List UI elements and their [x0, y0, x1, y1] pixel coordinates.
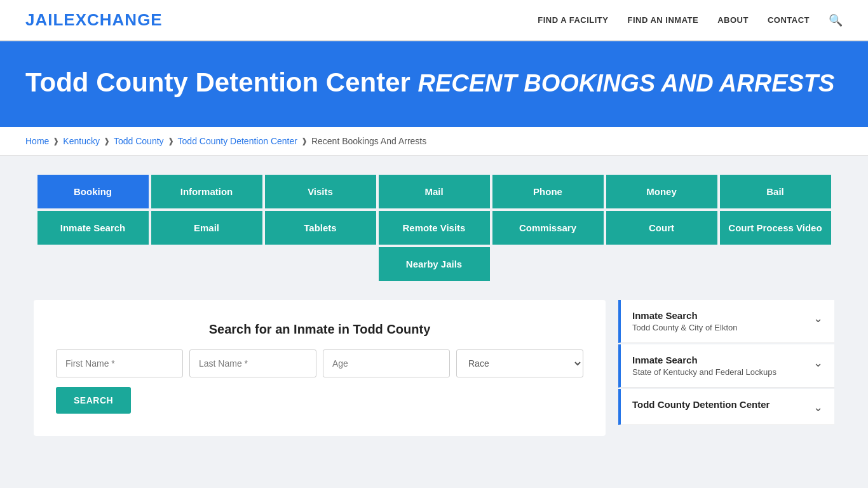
main-content: Booking Information Visits Mail Phone Mo…	[21, 156, 847, 455]
sidebar-item-3-title: Todd County Detention Center	[632, 399, 770, 410]
search-form-container: Search for an Inmate in Todd County Race…	[34, 300, 606, 436]
btn-court[interactable]: Court	[606, 211, 717, 245]
breadcrumb: Home ❱ Kentucky ❱ Todd County ❱ Todd Cou…	[0, 127, 868, 156]
hero-title: Todd County Detention Center RECENT BOOK…	[25, 67, 843, 98]
breadcrumb-sep-3: ❱	[168, 137, 174, 146]
button-row-1: Booking Information Visits Mail Phone Mo…	[34, 175, 834, 208]
sidebar: Inmate Search Todd County & City of Elkt…	[618, 300, 834, 425]
button-grid: Booking Information Visits Mail Phone Mo…	[34, 175, 834, 281]
nav-about[interactable]: ABOUT	[717, 15, 749, 25]
last-name-input[interactable]	[189, 349, 316, 377]
header: JAILEXCHANGE FIND A FACILITY FIND AN INM…	[0, 0, 868, 41]
btn-remote-visits[interactable]: Remote Visits	[379, 211, 490, 245]
breadcrumb-todd-county[interactable]: Todd County	[114, 136, 164, 146]
breadcrumb-home[interactable]: Home	[25, 136, 49, 146]
btn-phone[interactable]: Phone	[492, 175, 604, 208]
sidebar-item-2-subtitle: State of Kentucky and Federal Lockups	[632, 367, 776, 377]
button-row-2: Inmate Search Email Tablets Remote Visit…	[34, 211, 834, 245]
btn-booking[interactable]: Booking	[37, 175, 149, 208]
breadcrumb-sep-1: ❱	[53, 137, 59, 146]
form-fields: Race White Black Hispanic Asian Other	[56, 349, 583, 377]
sidebar-item-1-text: Inmate Search Todd County & City of Elkt…	[632, 310, 737, 332]
chevron-down-icon-1: ⌄	[813, 311, 823, 325]
chevron-down-icon-3: ⌄	[813, 400, 823, 414]
breadcrumb-sep-2: ❱	[104, 137, 110, 146]
breadcrumb-detention-center[interactable]: Todd County Detention Center	[178, 136, 297, 146]
btn-nearby-jails[interactable]: Nearby Jails	[379, 247, 490, 281]
breadcrumb-kentucky[interactable]: Kentucky	[63, 136, 100, 146]
search-button[interactable]: SEARCH	[56, 387, 131, 414]
btn-inmate-search[interactable]: Inmate Search	[37, 211, 149, 245]
chevron-down-icon-2: ⌄	[813, 356, 823, 370]
btn-tablets[interactable]: Tablets	[265, 211, 376, 245]
nav-contact[interactable]: CONTACT	[768, 15, 810, 25]
button-row-3: Nearby Jails	[34, 247, 834, 281]
age-input[interactable]	[323, 349, 450, 377]
logo-exchange: EXCHANGE	[64, 10, 162, 29]
sidebar-item-3[interactable]: Todd County Detention Center ⌄	[618, 389, 834, 425]
race-select[interactable]: Race White Black Hispanic Asian Other	[456, 349, 583, 377]
btn-money[interactable]: Money	[606, 175, 717, 208]
btn-commissary[interactable]: Commissary	[492, 211, 604, 245]
hero-section: Todd County Detention Center RECENT BOOK…	[0, 41, 868, 127]
logo[interactable]: JAILEXCHANGE	[25, 10, 163, 30]
sidebar-item-2[interactable]: Inmate Search State of Kentucky and Fede…	[618, 344, 834, 388]
sidebar-item-3-text: Todd County Detention Center	[632, 399, 770, 412]
btn-visits[interactable]: Visits	[265, 175, 376, 208]
search-form-title: Search for an Inmate in Todd County	[56, 322, 583, 337]
btn-bail[interactable]: Bail	[720, 175, 831, 208]
breadcrumb-sep-4: ❱	[301, 137, 308, 146]
btn-email[interactable]: Email	[151, 211, 262, 245]
btn-court-process-video[interactable]: Court Process Video	[720, 211, 831, 245]
sidebar-item-1-subtitle: Todd County & City of Elkton	[632, 323, 737, 332]
sidebar-item-2-text: Inmate Search State of Kentucky and Fede…	[632, 355, 776, 377]
logo-jail: JAIL	[25, 10, 64, 29]
btn-mail[interactable]: Mail	[379, 175, 490, 208]
nav-find-facility[interactable]: FIND A FACILITY	[538, 15, 608, 25]
sidebar-item-2-title: Inmate Search	[632, 355, 776, 365]
nav-find-inmate[interactable]: FIND AN INMATE	[627, 15, 698, 25]
first-name-input[interactable]	[56, 349, 183, 377]
sidebar-item-1[interactable]: Inmate Search Todd County & City of Elkt…	[618, 300, 834, 343]
sidebar-item-1-title: Inmate Search	[632, 310, 737, 321]
main-nav: FIND A FACILITY FIND AN INMATE ABOUT CON…	[538, 13, 843, 27]
search-icon[interactable]: 🔍	[829, 13, 843, 27]
breadcrumb-current: Recent Bookings And Arrests	[311, 136, 426, 146]
lower-section: Search for an Inmate in Todd County Race…	[34, 300, 834, 436]
btn-information[interactable]: Information	[151, 175, 262, 208]
